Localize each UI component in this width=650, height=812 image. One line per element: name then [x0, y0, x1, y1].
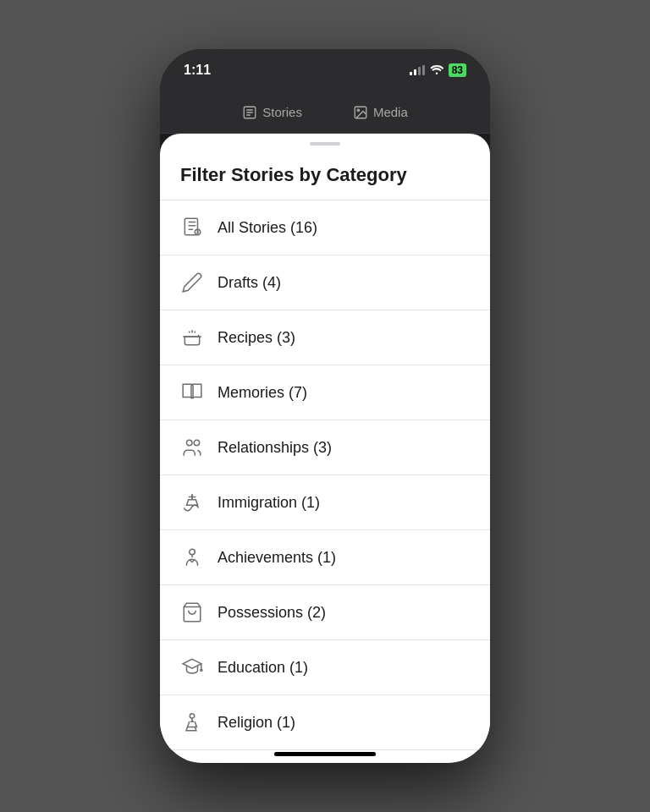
signal-icon: [410, 65, 425, 75]
category-label-drafts: Drafts (4): [218, 274, 281, 292]
phone-frame: 1:11 83 Stories: [160, 49, 490, 763]
tab-stories[interactable]: Stories: [242, 105, 302, 120]
category-label-immigration: Immigration (1): [218, 494, 320, 512]
category-item-education[interactable]: Education (1): [160, 640, 490, 695]
battery-icon: 83: [449, 63, 466, 77]
category-item-memories[interactable]: Memories (7): [160, 365, 490, 420]
category-item-drafts[interactable]: Drafts (4): [160, 255, 490, 310]
tab-media[interactable]: Media: [353, 105, 408, 120]
category-label-memories: Memories (7): [218, 384, 307, 402]
category-label-relationships: Relationships (3): [218, 439, 332, 457]
category-label-recipes: Recipes (3): [218, 329, 295, 347]
category-item-possessions[interactable]: Possessions (2): [160, 585, 490, 640]
pencil-icon: [180, 271, 204, 294]
svg-point-6: [194, 440, 200, 446]
spiritual-icon: [180, 710, 204, 734]
pot-icon: [180, 326, 204, 349]
bag-icon: [180, 601, 204, 624]
category-label-all-stories: All Stories (16): [218, 219, 317, 237]
category-label-possessions: Possessions (2): [218, 604, 326, 622]
ship-icon: [180, 491, 204, 514]
sheet-handle: [310, 142, 340, 145]
sheet-title: Filter Stories by Category: [160, 157, 490, 200]
filter-sheet: Filter Stories by Category All Stories (…: [160, 134, 490, 763]
battery-percent: 83: [449, 63, 466, 77]
people-icon: [180, 436, 204, 459]
wifi-icon: [430, 63, 443, 77]
svg-point-5: [187, 440, 193, 446]
category-item-recipes[interactable]: Recipes (3): [160, 310, 490, 365]
category-list: All Stories (16) Drafts (4): [160, 200, 490, 762]
status-icons: 83: [410, 63, 466, 77]
category-label-religion: Religion (1): [218, 714, 295, 732]
status-bar: 1:11 83: [160, 49, 490, 91]
svg-point-7: [190, 549, 196, 555]
graduation-icon: [180, 656, 204, 679]
svg-point-2: [357, 109, 359, 111]
category-label-education: Education (1): [218, 659, 308, 677]
book-icon: [180, 381, 204, 404]
svg-point-10: [190, 714, 194, 718]
person-book-icon: [180, 216, 204, 239]
category-item-immigration[interactable]: Immigration (1): [160, 475, 490, 530]
svg-rect-3: [185, 218, 197, 235]
tab-stories-label: Stories: [262, 105, 302, 119]
nav-tabs: Stories Media: [160, 91, 490, 134]
category-item-religion[interactable]: Religion (1): [160, 695, 490, 750]
status-time: 1:11: [184, 63, 211, 78]
trophy-person-icon: [180, 546, 204, 569]
category-label-achievements: Achievements (1): [218, 549, 336, 567]
category-item-relationships[interactable]: Relationships (3): [160, 420, 490, 475]
home-indicator: [274, 752, 376, 756]
category-item-achievements[interactable]: Achievements (1): [160, 530, 490, 585]
category-item-all-stories[interactable]: All Stories (16): [160, 200, 490, 255]
tab-media-label: Media: [373, 105, 408, 119]
svg-point-9: [201, 669, 202, 671]
